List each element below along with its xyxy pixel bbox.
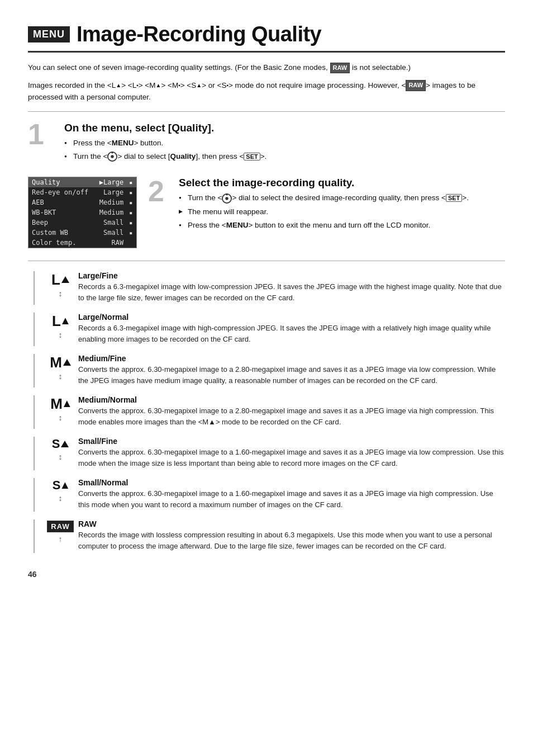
step-1-content: On the menu, select [Quality]. Press the…: [64, 122, 505, 165]
step-2-bullets: Turn the <> dial to select the desired i…: [179, 192, 505, 231]
menu-badge: MENU: [28, 26, 70, 42]
step-1-title: On the menu, select [Quality].: [64, 122, 505, 134]
step-1: 1 On the menu, select [Quality]. Press t…: [28, 122, 505, 165]
medium-fine-desc: Medium/Fine Converts the approx. 6.30-me…: [78, 354, 505, 386]
small-normal-title: Small/Normal: [78, 478, 505, 487]
quality-mode-large-fine: L ↕ Large/Fine Records a 6.3-megapixel i…: [28, 271, 505, 305]
raw-inline-badge: RAW: [330, 63, 350, 73]
quality-mode-small-normal: S ↕ Small/Normal Converts the approx. 6.…: [28, 478, 505, 512]
step-2-bullet-2: Press the <MENU> button to exit the menu…: [179, 220, 505, 231]
step-1-number: 1: [28, 120, 53, 149]
medium-fine-icon: M: [50, 355, 71, 370]
small-fine-text: Converts the approx. 6.30-megapixel imag…: [78, 447, 505, 469]
divider-2: [28, 261, 505, 261]
medium-normal-title: Medium/Normal: [78, 395, 505, 404]
menu-screenshot: Quality ▶Large ▪ Red-eye on/off Large ▪ …: [28, 177, 137, 248]
small-fine-desc: Small/Fine Converts the approx. 6.30-meg…: [78, 437, 505, 469]
raw-text: Records the image with lossless compress…: [78, 530, 505, 551]
intro-text-1: You can select one of seven image-record…: [28, 62, 505, 74]
large-normal-title: Large/Normal: [78, 313, 505, 322]
small-normal-text: Converts the approx. 6.30-megapixel imag…: [78, 488, 505, 510]
small-fine-icon: S: [52, 438, 69, 450]
medium-fine-text: Converts the approx. 6.30-megapixel imag…: [78, 364, 505, 386]
quality-mode-large-normal: L ↕ Large/Normal Records a 6.3-megapixel…: [28, 313, 505, 346]
quality-mode-medium-fine: M ↕ Medium/Fine Converts the approx. 6.3…: [28, 354, 505, 388]
large-normal-icon: L: [52, 314, 69, 328]
small-normal-desc: Small/Normal Converts the approx. 6.30-m…: [78, 478, 505, 510]
large-fine-desc: Large/Fine Records a 6.3-megapixel image…: [78, 271, 505, 303]
large-normal-icon-col: L ↕: [42, 313, 78, 339]
step-1-bullet-1: Press the <MENU> button.: [64, 138, 505, 149]
quality-mode-raw: RAW ↑ RAW Records the image with lossles…: [28, 519, 505, 553]
small-fine-icon-col: S ↕: [42, 437, 78, 461]
large-fine-title: Large/Fine: [78, 271, 505, 280]
svg-point-4: [226, 197, 229, 200]
raw-icon-col: RAW ↑: [42, 519, 78, 544]
raw-desc: RAW Records the image with lossless comp…: [78, 519, 505, 551]
step-1-bullets: Press the <MENU> button. Turn the <> dia…: [64, 138, 505, 163]
page-number: 46: [28, 570, 505, 579]
step-2-bullet-1: Turn the <> dial to select the desired i…: [179, 192, 505, 204]
raw-icon: RAW: [47, 521, 73, 532]
svg-point-5: [226, 193, 229, 196]
medium-normal-icon-col: M ↕: [42, 395, 78, 422]
large-normal-desc: Large/Normal Records a 6.3-megapixel ima…: [78, 313, 505, 344]
medium-fine-icon-col: M ↕: [42, 354, 78, 381]
step-2-wrapper: Quality ▶Large ▪ Red-eye on/off Large ▪ …: [28, 177, 505, 248]
raw-title: RAW: [78, 519, 505, 528]
small-normal-icon: S: [53, 479, 69, 492]
large-fine-icon: L: [51, 272, 69, 287]
step-2-number: 2: [148, 177, 173, 206]
small-fine-title: Small/Fine: [78, 437, 505, 446]
step-2-content: Select the image-recording quality. Turn…: [179, 177, 505, 233]
quality-modes-section: L ↕ Large/Fine Records a 6.3-megapixel i…: [28, 271, 505, 553]
large-normal-text: Records a 6.3-megapixel image with high-…: [78, 323, 505, 344]
title-area: MENU Image-Recording Quality: [28, 22, 505, 53]
medium-normal-desc: Medium/Normal Converts the approx. 6.30-…: [78, 395, 505, 427]
svg-point-1: [111, 155, 114, 158]
quality-mode-small-fine: S ↕ Small/Fine Converts the approx. 6.30…: [28, 437, 505, 470]
medium-normal-text: Converts the approx. 6.30-megapixel imag…: [78, 405, 505, 427]
small-normal-icon-col: S ↕: [42, 478, 78, 503]
large-fine-icon-col: L ↕: [42, 271, 78, 298]
quality-mode-medium-normal: M ↕ Medium/Normal Converts the approx. 6…: [28, 395, 505, 429]
step-1-bullet-2: Turn the <> dial to select [Quality], th…: [64, 151, 505, 162]
svg-point-2: [112, 152, 114, 154]
page-title: Image-Recording Quality: [77, 22, 321, 46]
step-2-title: Select the image-recording quality.: [179, 177, 505, 189]
large-fine-text: Records a 6.3-megapixel image with low-c…: [78, 281, 505, 303]
medium-fine-title: Medium/Fine: [78, 354, 505, 363]
raw-badge-2: RAW: [406, 80, 426, 91]
intro-text-2: Images recorded in the <L▲> <L▪> <M▲> <M…: [28, 79, 505, 103]
step-2-arrow: The menu will reappear.: [179, 206, 505, 218]
divider: [28, 111, 505, 112]
medium-normal-icon: M: [50, 396, 70, 411]
